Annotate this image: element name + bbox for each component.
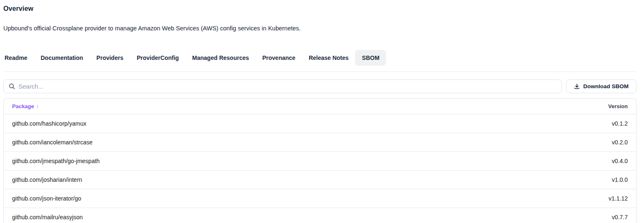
package-cell: github.com/mailru/easyjson	[12, 214, 612, 221]
package-cell: github.com/jmespath/go-jmespath	[12, 158, 612, 164]
version-cell: v0.1.2	[612, 120, 628, 127]
table-row[interactable]: github.com/mailru/easyjsonv0.7.7	[4, 208, 636, 223]
table-row[interactable]: github.com/josharian/internv1.0.0	[4, 170, 636, 189]
table-row[interactable]: github.com/hashicorp/yamuxv0.1.2	[4, 114, 636, 133]
download-icon	[574, 84, 580, 89]
tab-documentation[interactable]: Documentation	[34, 50, 90, 66]
search-icon	[9, 83, 15, 89]
table-body: github.com/hashicorp/yamuxv0.1.2github.c…	[4, 114, 636, 223]
sbom-toolbar: Download SBOM	[3, 79, 636, 93]
column-header-version[interactable]: Version	[608, 103, 628, 109]
page-description: Upbound's official Crossplane provider t…	[3, 25, 636, 32]
tab-provenance[interactable]: Provenance	[256, 50, 302, 66]
version-cell: v0.4.0	[612, 158, 628, 164]
tab-readme[interactable]: Readme	[0, 50, 34, 66]
table-row[interactable]: github.com/jmespath/go-jmespathv0.4.0	[4, 151, 636, 170]
sort-ascending-icon: ↑	[36, 103, 39, 109]
tab-divider	[3, 72, 636, 72]
download-sbom-label: Download SBOM	[583, 83, 629, 89]
tab-sbom[interactable]: SBOM	[355, 50, 386, 66]
package-cell: github.com/json-iterator/go	[12, 195, 609, 202]
column-header-package[interactable]: Package ↑	[12, 103, 608, 109]
tab-bar: ReadmeDocumentationProvidersProviderConf…	[0, 50, 636, 66]
search-input[interactable]	[18, 83, 556, 90]
tab-managed-resources[interactable]: Managed Resources	[185, 50, 256, 66]
tab-providers[interactable]: Providers	[90, 50, 130, 66]
version-cell: v1.0.0	[612, 176, 628, 183]
version-cell: v0.7.7	[612, 214, 628, 221]
table-row[interactable]: github.com/iancoleman/strcasev0.2.0	[4, 133, 636, 151]
package-cell: github.com/josharian/intern	[12, 176, 612, 183]
search-box[interactable]	[3, 79, 562, 93]
table-header: Package ↑ Version	[4, 99, 636, 114]
version-cell: v0.2.0	[612, 139, 628, 146]
download-sbom-button[interactable]: Download SBOM	[566, 79, 636, 93]
tab-providerconfig[interactable]: ProviderConfig	[130, 50, 185, 66]
package-column-label: Package	[12, 103, 34, 109]
page-title: Overview	[3, 5, 636, 12]
tab-release-notes[interactable]: Release Notes	[302, 50, 356, 66]
version-cell: v1.1.12	[609, 195, 628, 202]
sbom-table: Package ↑ Version github.com/hashicorp/y…	[3, 98, 636, 223]
package-cell: github.com/hashicorp/yamux	[12, 120, 612, 127]
table-row[interactable]: github.com/json-iterator/gov1.1.12	[4, 189, 636, 208]
provider-overview-page: Overview Upbound's official Crossplane p…	[0, 0, 644, 223]
package-cell: github.com/iancoleman/strcase	[12, 139, 612, 146]
